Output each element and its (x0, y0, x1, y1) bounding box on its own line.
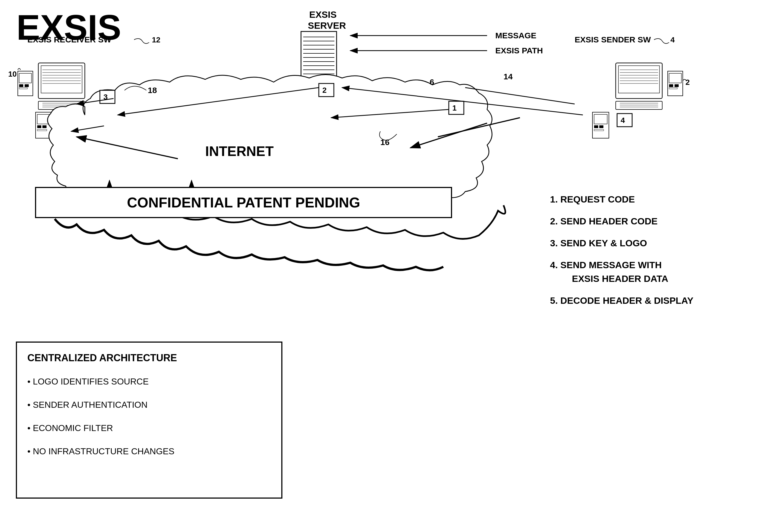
svg-rect-31 (41, 66, 82, 93)
svg-rect-3 (301, 31, 337, 83)
svg-text:3: 3 (104, 93, 108, 101)
svg-line-92 (71, 126, 104, 131)
svg-rect-74 (617, 114, 632, 127)
svg-text:• ECONOMIC FILTER: • ECONOMIC FILTER (27, 423, 113, 433)
svg-rect-38 (38, 101, 85, 109)
svg-rect-72 (599, 125, 604, 128)
svg-rect-29 (19, 88, 27, 89)
svg-rect-44 (37, 125, 41, 128)
svg-text:EXSIS RECEIVER SW: EXSIS RECEIVER SW (27, 35, 111, 44)
svg-line-88 (77, 99, 114, 104)
svg-text:1.   REQUEST CODE: 1. REQUEST CODE (550, 194, 635, 204)
svg-text:4.   SEND MESSAGE WITH: 4. SEND MESSAGE WITH (550, 260, 662, 270)
svg-rect-27 (19, 84, 23, 87)
svg-text:SERVER: SERVER (308, 20, 346, 31)
svg-rect-106 (17, 342, 282, 498)
svg-rect-80 (319, 83, 334, 96)
svg-line-96 (411, 123, 487, 148)
svg-rect-30 (38, 63, 85, 99)
svg-rect-51 (616, 63, 662, 99)
svg-rect-67 (669, 88, 677, 89)
svg-rect-45 (43, 125, 47, 128)
svg-text:EXSIS: EXSIS (309, 9, 337, 20)
svg-text:• SENDER AUTHENTICATION: • SENDER AUTHENTICATION (27, 400, 147, 410)
svg-rect-28 (25, 84, 29, 87)
svg-text:8: 8 (339, 80, 344, 89)
svg-rect-43 (37, 114, 50, 124)
svg-line-91 (331, 109, 449, 118)
svg-text:• LOGO IDENTIFIES SOURCE: • LOGO IDENTIFIES SOURCE (27, 376, 148, 386)
svg-text:EXSIS SENDER SW: EXSIS SENDER SW (575, 35, 651, 44)
svg-text:MESSAGE: MESSAGE (495, 31, 536, 40)
svg-line-97 (438, 118, 520, 137)
svg-rect-26 (19, 73, 31, 83)
svg-text:6: 6 (430, 78, 434, 86)
svg-rect-63 (668, 71, 683, 96)
svg-rect-71 (594, 125, 598, 128)
svg-text:4: 4 (621, 116, 625, 124)
svg-line-95 (77, 137, 178, 159)
svg-text:2: 2 (323, 86, 327, 94)
svg-text:5: 5 (57, 116, 61, 124)
svg-rect-65 (669, 84, 673, 87)
svg-rect-82 (449, 101, 464, 114)
svg-rect-47 (53, 114, 68, 127)
svg-rect-64 (669, 73, 681, 83)
svg-text:16: 16 (381, 138, 389, 147)
svg-rect-42 (35, 112, 52, 138)
svg-text:• NO INFRASTRUCTURE CHANGES: • NO INFRASTRUCTURE CHANGES (27, 446, 174, 456)
svg-rect-46 (37, 130, 47, 131)
svg-text:2.   SEND HEADER CODE: 2. SEND HEADER CODE (550, 216, 657, 226)
svg-text:14: 14 (504, 72, 513, 81)
svg-line-87 (118, 88, 319, 115)
svg-text:2: 2 (685, 78, 690, 86)
svg-text:1: 1 (452, 104, 457, 112)
svg-rect-25 (18, 71, 33, 96)
svg-rect-69 (592, 112, 609, 138)
svg-rect-70 (594, 114, 607, 124)
svg-text:18: 18 (148, 86, 157, 95)
svg-text:EXSIS: EXSIS (17, 7, 121, 47)
svg-line-90 (465, 88, 575, 104)
svg-line-89 (342, 88, 583, 115)
svg-text:5.   DECODE HEADER & DISPLAY: 5. DECODE HEADER & DISPLAY (550, 295, 694, 306)
svg-rect-77 (100, 90, 115, 104)
svg-text:CENTRALIZED ARCHITECTURE: CENTRALIZED ARCHITECTURE (27, 352, 177, 363)
svg-text:INTERNET: INTERNET (205, 144, 274, 159)
svg-rect-66 (675, 84, 679, 87)
svg-text:4: 4 (670, 35, 675, 44)
svg-rect-98 (35, 188, 451, 218)
svg-text:3.   SEND KEY & LOGO: 3. SEND KEY & LOGO (550, 238, 647, 248)
svg-text:EXSIS HEADER DATA: EXSIS HEADER DATA (572, 273, 668, 284)
svg-text:10: 10 (8, 70, 17, 78)
svg-rect-73 (594, 130, 604, 131)
svg-rect-59 (616, 101, 662, 109)
svg-text:EXSIS PATH: EXSIS PATH (495, 46, 543, 55)
svg-text:12: 12 (152, 35, 160, 44)
svg-rect-52 (618, 66, 660, 93)
svg-text:CONFIDENTIAL  PATENT PENDING: CONFIDENTIAL PATENT PENDING (127, 195, 360, 211)
